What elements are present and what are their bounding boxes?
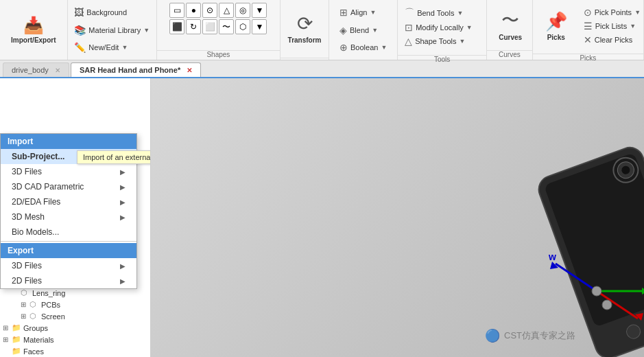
material-library-icon: 📚 xyxy=(74,25,86,36)
background-button[interactable]: 🖼 Background xyxy=(70,5,154,19)
material-library-button[interactable]: 📚 Material Library ▼ xyxy=(70,23,154,37)
modify-locally-label: Modify Locally xyxy=(416,23,464,32)
tree-pcbs-icon: ⬡ xyxy=(29,300,39,309)
align-col: ⊞ Align ▼ ◈ Blend ▼ ⊕ Boolean ▼ xyxy=(335,3,391,57)
pick-points-arrow: ▼ xyxy=(634,9,641,16)
shapes-group: ▭ ● ⊙ △ ◎ ▼ ⬛ ↻ ⬜ 〜 ⬡ ▼ Shapes xyxy=(157,0,281,60)
viewport[interactable]: u w 🔵 CST仿真专家之路 xyxy=(151,78,644,357)
tab-sar-label: SAR Head Hand and Phone* xyxy=(80,66,180,74)
pick-points-icon: ⊙ xyxy=(584,7,592,18)
export-header: Export xyxy=(1,243,136,258)
watermark-text: CST仿真专家之路 xyxy=(504,330,575,342)
shape-blend[interactable]: ⬡ xyxy=(235,19,250,34)
menu-item-subproject-label: Sub-Project... xyxy=(12,152,64,161)
bend-tools-button[interactable]: ⌒ Bend Tools ▼ xyxy=(401,5,477,21)
shape-sphere[interactable]: ● xyxy=(186,3,201,18)
shape-loft[interactable]: ⬜ xyxy=(202,19,217,34)
picks-group: 📌 Picks ⊙ Pick Points ▼ ☰ Pick Lists ▼ ✕… xyxy=(533,0,644,60)
menu-item-2d-eda-arrow: ▶ xyxy=(120,198,126,206)
pick-lists-button[interactable]: ☰ Pick Lists ▼ xyxy=(580,19,644,33)
modify-locally-button[interactable]: ⊡ Modify Locally ▼ xyxy=(401,21,477,34)
tree-area: ⬡ Lens_ring ⊞ ⬡ PCBs ⊞ ⬡ Screen ⊞ 📁 Grou… xyxy=(0,284,150,357)
transform-button[interactable]: ⟳ Transform xyxy=(283,10,326,47)
menu-item-export-3d-label: 3D Files xyxy=(12,261,42,270)
menu-item-export-3d-arrow: ▶ xyxy=(120,262,126,270)
menu-item-bio-models[interactable]: Bio Models... xyxy=(1,224,136,240)
import-export-label: Import/Export xyxy=(11,36,56,44)
boolean-icon: ⊕ xyxy=(339,42,348,53)
shape-more2[interactable]: ▼ xyxy=(252,19,267,34)
tree-groups-label: Groups xyxy=(23,324,48,332)
menu-item-3d-mesh-label: 3D Mesh xyxy=(12,212,45,222)
menu-item-3d-cad[interactable]: 3D CAD Parametric ▶ xyxy=(1,179,136,194)
align-section: ⊞ Align ▼ ◈ Blend ▼ ⊕ Boolean ▼ xyxy=(329,0,398,60)
pick-lists-arrow: ▼ xyxy=(630,23,636,30)
shapes-icons-row2: ⬛ ↻ ⬜ 〜 ⬡ ▼ xyxy=(169,19,267,34)
shape-more[interactable]: ▼ xyxy=(252,3,267,18)
tree-groups[interactable]: ⊞ 📁 Groups xyxy=(0,322,150,334)
picks-button[interactable]: 📌 Picks xyxy=(536,8,577,44)
tree-pcbs-expand[interactable]: ⊞ xyxy=(21,301,27,308)
curves-content: 〜 Curves xyxy=(487,0,532,49)
blend-arrow: ▼ xyxy=(372,27,378,34)
shape-brick[interactable]: ▭ xyxy=(169,3,184,18)
modify-locally-icon: ⊡ xyxy=(405,22,413,33)
tab-sar[interactable]: SAR Head Hand and Phone* ✕ xyxy=(71,62,201,77)
tab-drive-body[interactable]: drive_body ✕ xyxy=(3,62,69,77)
shape-cone[interactable]: △ xyxy=(219,3,234,18)
menu-item-export-2d[interactable]: 2D Files ▶ xyxy=(1,273,136,288)
import-export-button[interactable]: 📥 Import/Export xyxy=(5,13,62,47)
material-library-label: Material Library xyxy=(88,26,141,34)
picks-col: ⊙ Pick Points ▼ ☰ Pick Lists ▼ ✕ Clear P… xyxy=(580,3,644,49)
shape-extrude[interactable]: ⬛ xyxy=(169,19,184,34)
menu-item-3d-files[interactable]: 3D Files ▶ xyxy=(1,164,136,179)
curves-button[interactable]: 〜 Curves xyxy=(490,5,531,44)
new-edit-label: New/Edit xyxy=(88,43,119,51)
boolean-button[interactable]: ⊕ Boolean ▼ xyxy=(335,41,391,54)
tab-sar-close[interactable]: ✕ xyxy=(187,67,192,74)
shape-tools-icon: △ xyxy=(405,36,412,47)
menu-item-export-3d[interactable]: 3D Files ▶ xyxy=(1,258,136,273)
pick-lists-label: Pick Lists xyxy=(595,22,627,30)
tree-lens-ring-label: Lens_ring xyxy=(32,289,65,297)
picks-label: Picks xyxy=(547,34,565,41)
import-export-section: 📥 Import/Export xyxy=(0,0,68,60)
shape-tools-button[interactable]: △ Shape Tools ▼ xyxy=(401,34,477,48)
shape-cylinder[interactable]: ⊙ xyxy=(202,3,217,18)
tree-pcbs[interactable]: ⊞ ⬡ PCBs xyxy=(0,299,150,310)
menu-item-export-2d-label: 2D Files xyxy=(12,276,42,286)
menu-item-export-2d-arrow: ▶ xyxy=(120,277,126,285)
svg-point-11 xyxy=(592,286,601,296)
transform-group-label xyxy=(281,58,329,60)
menu-item-2d-eda[interactable]: 2D/EDA Files ▶ xyxy=(1,194,136,209)
tree-screen-expand[interactable]: ⊞ xyxy=(21,312,27,320)
material-col: 🖼 Background 📚 Material Library ▼ ✏️ New… xyxy=(70,3,154,57)
tree-screen-icon: ⬡ xyxy=(29,312,39,321)
shapes-icons-row1: ▭ ● ⊙ △ ◎ ▼ xyxy=(169,3,267,18)
tree-materials[interactable]: ⊞ 📁 Materials xyxy=(0,334,150,345)
blend-button[interactable]: ◈ Blend ▼ xyxy=(335,23,391,37)
menu-item-3d-files-label: 3D Files xyxy=(12,167,42,176)
new-edit-button[interactable]: ✏️ New/Edit ▼ xyxy=(70,41,154,54)
clear-picks-button[interactable]: ✕ Clear Picks xyxy=(580,33,644,47)
tree-materials-label: Materials xyxy=(23,336,54,344)
shape-torus[interactable]: ◎ xyxy=(235,3,250,18)
menu-separator xyxy=(1,241,136,242)
tree-faces[interactable]: 📁 Faces xyxy=(0,345,150,357)
transform-content: ⟳ Transform xyxy=(281,0,329,56)
tab-drive-body-close[interactable]: ✕ xyxy=(55,67,60,74)
tree-faces-icon: 📁 xyxy=(12,347,21,356)
tree-groups-expand[interactable]: ⊞ xyxy=(3,324,10,332)
shape-sweep[interactable]: 〜 xyxy=(219,19,234,34)
shape-revolve[interactable]: ↻ xyxy=(186,19,201,34)
menu-item-3d-mesh[interactable]: 3D Mesh ▶ xyxy=(1,209,136,224)
phone-model-svg: u w xyxy=(151,78,644,357)
tree-screen[interactable]: ⊞ ⬡ Screen xyxy=(0,310,150,322)
curves-label: Curves xyxy=(499,34,522,41)
tree-materials-expand[interactable]: ⊞ xyxy=(3,336,10,343)
pick-points-button[interactable]: ⊙ Pick Points ▼ xyxy=(580,5,644,19)
tree-groups-icon: 📁 xyxy=(12,323,21,332)
material-section: 🖼 Background 📚 Material Library ▼ ✏️ New… xyxy=(68,0,157,60)
align-button[interactable]: ⊞ Align ▼ xyxy=(335,5,391,19)
curves-icon: 〜 xyxy=(501,8,519,32)
